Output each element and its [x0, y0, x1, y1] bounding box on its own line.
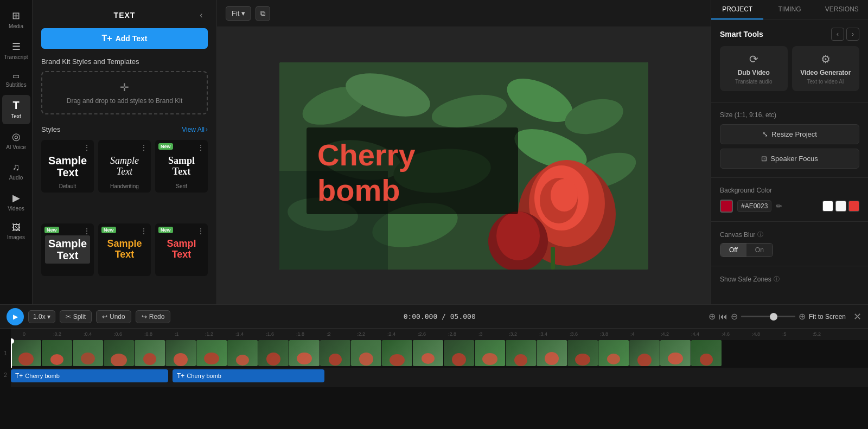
style-card-handwriting[interactable]: ⋮ SampleText Handwriting [98, 140, 151, 193]
ruler-mark: :4.2 [660, 331, 690, 337]
sidebar-item-audio[interactable]: ♫ Audio [2, 157, 30, 185]
color-swatch-light[interactable] [835, 201, 846, 212]
tab-versions[interactable]: VERSIONS [816, 0, 868, 20]
add-text-icon: T+ [102, 34, 112, 43]
sidebar-item-transcript[interactable]: ☰ Transcript [2, 36, 30, 65]
style-more-icon[interactable]: ⋮ [83, 143, 91, 152]
svg-point-35 [359, 353, 373, 366]
style-card-serif[interactable]: ⋮ New SamplText Serif [155, 140, 208, 193]
style-card-default[interactable]: ⋮ SampleText Default [41, 140, 94, 193]
undo-label: Undo [110, 313, 125, 321]
style-card-6[interactable]: ⋮ New SamplText [155, 223, 208, 276]
style-label: Serif [176, 183, 187, 189]
video-thumbnail [567, 340, 598, 366]
copy-icon: ⧉ [260, 9, 265, 17]
resize-project-button[interactable]: ⤡ Resize Project [720, 124, 859, 144]
dub-video-tool[interactable]: ⟳ Dub Video Translate audio [720, 46, 788, 91]
fit-to-screen-label[interactable]: Fit to Screen [809, 313, 846, 321]
total-time: / 05.000 [442, 312, 476, 321]
tab-timing[interactable]: TIMING [763, 0, 815, 20]
canvas-blur-off-button[interactable]: Off [720, 244, 746, 257]
color-swatch-main[interactable] [720, 200, 733, 213]
svg-point-28 [143, 353, 156, 365]
speaker-focus-button[interactable]: ⊡ Speaker Focus [720, 149, 859, 169]
canvas-blur-on-button[interactable]: On [746, 244, 773, 257]
svg-point-25 [50, 354, 63, 365]
dub-video-icon: ⟳ [749, 53, 758, 66]
split-icon: ✂ [66, 313, 71, 321]
smart-tools-next-button[interactable]: › [846, 28, 859, 41]
sidebar-item-subtitles[interactable]: ▭ Subtitles [2, 67, 30, 93]
copy-button[interactable]: ⧉ [256, 6, 270, 21]
skip-start-button[interactable]: ⏮ [719, 312, 727, 322]
drag-drop-icon: ✛ [120, 81, 129, 94]
ruler-mark: :2.2 [356, 331, 386, 337]
ruler-mark: :0.6 [113, 331, 143, 337]
sidebar-item-ai-voice[interactable]: ◎ AI Voice [2, 126, 30, 155]
video-thumbnail [289, 340, 320, 366]
video-svg: Cherry bomb [279, 62, 648, 270]
fit-button[interactable]: Fit ▾ [226, 6, 251, 21]
color-edit-icon[interactable]: ✏ [776, 202, 782, 210]
video-generator-icon: ⚙ [821, 53, 831, 66]
color-hex-value[interactable]: #AE0023 [737, 200, 771, 212]
svg-point-38 [452, 353, 466, 366]
sidebar-item-text[interactable]: T Text [2, 95, 30, 124]
svg-point-45 [668, 353, 683, 364]
sidebar-item-images[interactable]: 🖼 Images [2, 219, 30, 245]
style-more-icon[interactable]: ⋮ [140, 143, 148, 152]
timeline-area: ▶ 1.0x ▾ ✂ Split ↩ Undo ↪ Redo 0:00.000 … [0, 304, 868, 429]
video-thumbnail [196, 340, 227, 366]
video-generator-name: Video Generator [800, 69, 851, 76]
video-thumbnail [135, 340, 165, 366]
brand-kit-drop-zone[interactable]: ✛ Drag and drop to add styles to Brand K… [41, 71, 208, 114]
sidebar-item-media[interactable]: ⊞ Media [2, 5, 30, 34]
sidebar-item-label: Subtitles [5, 82, 26, 88]
style-more-icon[interactable]: ⋮ [197, 227, 205, 235]
text-clip-2[interactable]: T+ Cherry bomb [173, 369, 324, 382]
text-clip-1[interactable]: T+ Cherry bomb [11, 369, 168, 382]
play-button[interactable]: ▶ [7, 308, 24, 325]
style-more-icon[interactable]: ⋮ [140, 227, 148, 235]
svg-point-40 [514, 354, 527, 366]
smart-tools-prev-button[interactable]: ‹ [831, 28, 844, 41]
svg-point-42 [575, 354, 590, 366]
playback-speed-button[interactable]: 1.0x ▾ [28, 310, 55, 323]
style-card-5[interactable]: ⋮ New SampleText [98, 223, 151, 276]
smart-tools-nav: ‹ › [831, 28, 859, 41]
zoom-in-button[interactable]: ⊕ [709, 311, 716, 322]
close-timeline-button[interactable]: ✕ [853, 311, 861, 323]
view-all-button[interactable]: View All › [182, 126, 208, 133]
style-more-icon[interactable]: ⋮ [83, 227, 91, 235]
zoom-in-2-button[interactable]: ⊕ [799, 311, 806, 322]
track-numbers: 1 2 [0, 329, 11, 429]
sidebar-item-videos[interactable]: ▶ Videos [2, 188, 30, 216]
divider [711, 102, 868, 103]
divider [711, 177, 868, 178]
video-generator-tool[interactable]: ⚙ Video Generator Text to video AI [792, 46, 860, 91]
split-button[interactable]: ✂ Split [60, 310, 92, 323]
tab-project[interactable]: PROJECT [711, 0, 763, 20]
color-swatch-white[interactable] [822, 201, 833, 212]
redo-button[interactable]: ↪ Redo [136, 310, 171, 323]
ruler-mark: :1.2 [204, 331, 234, 337]
style-more-icon[interactable]: ⋮ [197, 143, 205, 152]
sidebar-item-label: AI Voice [6, 144, 26, 151]
track-num-2: 2 [0, 367, 11, 383]
collapse-panel-button[interactable]: ‹ [195, 9, 208, 22]
add-text-button[interactable]: T+ Add Text [41, 28, 208, 49]
zoom-slider[interactable] [741, 316, 795, 317]
undo-button[interactable]: ↩ Undo [96, 310, 131, 323]
zoom-out-button[interactable]: ⊖ [731, 311, 738, 322]
style-card-4[interactable]: ⋮ New SampleText [41, 223, 94, 276]
canvas-viewport: Cherry bomb [217, 27, 711, 304]
svg-point-44 [637, 354, 652, 366]
timeline-body: 1 2 0 :0.2 :0.4 :0.6 :0.8 :1 :1.2 :1.4 :… [0, 329, 868, 429]
sidebar-item-label: Videos [8, 206, 24, 212]
ruler-mark: :5 [781, 331, 812, 337]
color-swatch-red[interactable] [848, 201, 859, 212]
canvas-blur-title: Canvas Blur ⓘ [720, 230, 859, 239]
video-thumbnail [660, 340, 691, 366]
text-panel-header: TEXT ‹ [33, 0, 216, 28]
ruler-mark: 0 [22, 331, 52, 337]
